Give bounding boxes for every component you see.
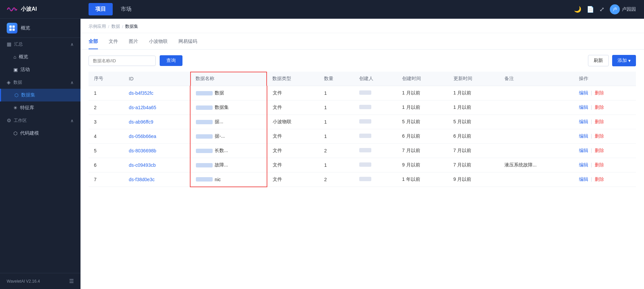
sidebar-item-codemodel[interactable]: ⬡ 代码建模 (0, 127, 80, 140)
search-input[interactable] (89, 56, 156, 66)
delete-button[interactable]: 删除 (595, 148, 604, 153)
expand-icon[interactable]: ⤢ (599, 6, 604, 13)
add-button[interactable]: 添加 ▾ (612, 55, 636, 66)
id-link[interactable]: ds-a12b4a65 (129, 105, 156, 110)
filter-tab-neteasy[interactable]: 网易猛码 (178, 39, 197, 49)
breadcrumb-app[interactable]: 示例应用 (89, 23, 106, 29)
id-link[interactable]: ds-b4f352fc (129, 90, 153, 96)
name-blur (196, 163, 213, 167)
user-menu[interactable]: 卢 卢园园 (610, 4, 636, 14)
menu-icon[interactable]: ☰ (69, 278, 74, 284)
tab-market[interactable]: 市场 (114, 3, 138, 15)
id-link[interactable]: ds-ab96ffc9 (129, 119, 153, 125)
breadcrumb-data[interactable]: 数据 (111, 23, 120, 29)
cell-creator (354, 86, 397, 100)
name-cell-content: 长数... (196, 148, 261, 154)
cell-id: ds-f38d0e3c (123, 172, 190, 187)
name-cell-content: 据-... (196, 133, 261, 139)
edit-button[interactable]: 编辑 (579, 176, 588, 182)
sidebar-item-activity[interactable]: ▣ 活动 (0, 63, 80, 76)
featurestore-label: 特征库 (20, 105, 34, 111)
main-area: 项目 市场 🌙 📄 ⤢ 卢 卢园园 示例应用 / 数据 / 数据集 全部 文件 … (80, 0, 644, 289)
cell-type: 文件 (267, 144, 319, 158)
file-icon[interactable]: 📄 (587, 6, 594, 13)
section-data-header[interactable]: ◈ 数据 ∧ (0, 76, 80, 89)
name-suffix: 数据集 (215, 104, 229, 111)
breadcrumb: 示例应用 / 数据 / 数据集 (80, 19, 644, 33)
breadcrumb-dataset: 数据集 (125, 23, 138, 29)
sidebar-logo: 小波AI (0, 0, 80, 19)
cell-name: 据-... (190, 129, 267, 144)
th-creator: 创建人 (354, 72, 397, 86)
sidebar-app-item[interactable]: 概览 (0, 19, 80, 38)
username: 卢园园 (622, 6, 636, 12)
cell-created: 1 年以前 (397, 172, 448, 187)
delete-button[interactable]: 删除 (595, 119, 604, 124)
breadcrumb-sep-1: / (108, 24, 109, 29)
delete-button[interactable]: 删除 (595, 162, 604, 167)
delete-button[interactable]: 删除 (595, 90, 604, 95)
svg-rect-0 (9, 25, 12, 28)
cell-updated: 1 月以前 (448, 86, 499, 100)
cell-id: ds-056b66ea (123, 129, 190, 144)
id-link[interactable]: ds-f38d0e3c (129, 177, 155, 182)
filter-tabs: 全部 文件 图片 小波物联 网易猛码 (80, 33, 644, 50)
edit-button[interactable]: 编辑 (579, 148, 588, 153)
cell-id: ds-a12b4a65 (123, 100, 190, 115)
refresh-button[interactable]: 刷新 (588, 55, 609, 66)
id-link[interactable]: ds-8036698b (129, 148, 156, 153)
name-suffix: nic (215, 177, 221, 182)
svg-rect-1 (12, 25, 15, 28)
filter-tab-image[interactable]: 图片 (129, 39, 138, 49)
cell-name: 据... (190, 115, 267, 129)
delete-button[interactable]: 删除 (595, 133, 604, 139)
moon-icon[interactable]: 🌙 (574, 6, 581, 13)
sidebar-item-overview[interactable]: ⌂ 概览 (0, 51, 80, 63)
delete-button[interactable]: 删除 (595, 104, 604, 110)
sidebar-item-featurestore[interactable]: ✳ 特征库 (0, 101, 80, 114)
name-blur (196, 120, 213, 124)
name-blur (196, 91, 213, 95)
cell-action: 编辑 | 删除 (574, 100, 636, 115)
filter-tab-file[interactable]: 文件 (109, 39, 118, 49)
name-suffix: 据-... (215, 133, 225, 139)
table-row: 3 ds-ab96ffc9 据... 小波物联 1 5 月以前 5 月以前 编辑… (89, 115, 636, 129)
tab-project[interactable]: 项目 (89, 3, 113, 15)
edit-button[interactable]: 编辑 (579, 133, 588, 139)
cell-count: 2 (319, 144, 354, 158)
summary-icon: ▦ (7, 41, 11, 47)
app-icon (7, 23, 17, 33)
th-id: ID (123, 72, 190, 86)
section-summary-header[interactable]: ▦ 汇总 ∧ (0, 38, 80, 51)
cell-seq: 2 (89, 100, 123, 115)
edit-button[interactable]: 编辑 (579, 162, 588, 167)
name-blur (196, 177, 213, 182)
section-workspace-header[interactable]: ⚙ 工作区 ∧ (0, 114, 80, 127)
chevron-up-icon-data: ∧ (70, 80, 74, 85)
id-link[interactable]: ds-056b66ea (129, 134, 156, 139)
cell-type: 小波物联 (267, 115, 319, 129)
cell-created: 5 月以前 (397, 115, 448, 129)
edit-button[interactable]: 编辑 (579, 90, 588, 95)
chevron-up-icon-ws: ∧ (70, 118, 74, 123)
edit-button[interactable]: 编辑 (579, 104, 588, 110)
action-separator: | (591, 148, 592, 153)
edit-button[interactable]: 编辑 (579, 119, 588, 124)
cell-creator (354, 172, 397, 187)
action-separator: | (591, 119, 592, 124)
cell-name: 故障... (190, 158, 267, 172)
query-button[interactable]: 查询 (160, 55, 182, 66)
filter-tab-xbiot[interactable]: 小波物联 (149, 39, 168, 49)
section-data: ◈ 数据 ∧ ⬡ 数据集 ✳ 特征库 (0, 76, 80, 114)
overview-label: 概览 (19, 54, 28, 60)
delete-button[interactable]: 删除 (595, 176, 604, 182)
cell-count: 1 (319, 158, 354, 172)
cell-action: 编辑 | 删除 (574, 172, 636, 187)
chevron-up-icon: ∧ (70, 42, 74, 47)
name-suffix: 数据 (215, 90, 224, 96)
id-link[interactable]: ds-c09493cb (129, 162, 156, 168)
filter-tab-all[interactable]: 全部 (89, 39, 98, 49)
sidebar-item-dataset[interactable]: ⬡ 数据集 (0, 89, 80, 101)
logo-text: 小波AI (21, 6, 37, 13)
codemodel-icon: ⬡ (13, 131, 17, 136)
